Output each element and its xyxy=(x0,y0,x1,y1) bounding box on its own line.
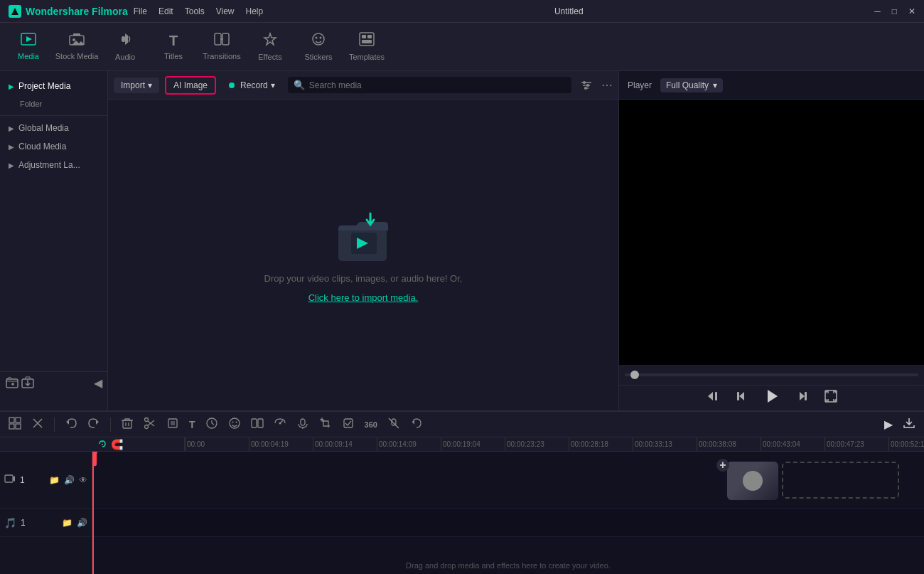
ruler-mark-9: 00:00:43:04 xyxy=(761,437,824,452)
svg-marker-32 xyxy=(768,390,778,403)
menu-view[interactable]: View xyxy=(216,6,235,16)
media-filter-icon[interactable] xyxy=(580,79,593,92)
tl-cut-btn[interactable] xyxy=(28,415,47,434)
tl-split-btn[interactable] xyxy=(248,415,267,434)
tl-redo-btn[interactable] xyxy=(85,415,103,434)
media-more-icon[interactable]: ⋯ xyxy=(601,78,613,92)
player-controls xyxy=(619,385,924,410)
quality-chevron: ▾ xyxy=(713,80,717,90)
toolbar-media[interactable]: Media xyxy=(6,27,51,67)
tl-transform-btn[interactable] xyxy=(163,415,182,434)
toolbar-stock-media[interactable]: Stock Media xyxy=(54,27,100,67)
arrow-icon: ▶ xyxy=(9,83,14,90)
sidebar-item-cloud-media[interactable]: ▶ Cloud Media xyxy=(0,137,107,156)
tl-export-btn[interactable] xyxy=(900,415,918,434)
menu-file[interactable]: File xyxy=(134,6,147,16)
audio-track-right[interactable] xyxy=(92,509,924,537)
audio-track-folder-icon[interactable]: 📁 xyxy=(62,518,72,528)
player-screen xyxy=(619,100,924,365)
sidebar-item-adjustment-layer[interactable]: ▶ Adjustment La... xyxy=(0,156,107,174)
sidebar-item-project-media[interactable]: ▶ Project Media xyxy=(0,77,107,95)
tl-grid-btn[interactable] xyxy=(6,415,24,434)
tl-undo-btn[interactable] xyxy=(62,415,80,434)
sidebar-import-btn[interactable] xyxy=(21,376,34,392)
tl-delete-btn[interactable] xyxy=(118,415,136,434)
timeline-ruler: 🧲 00:00 00:00:04:19 00:00:09:14 00:00:14… xyxy=(0,437,924,452)
audio-track-speaker-icon[interactable]: 🔊 xyxy=(77,518,87,528)
skip-back-button[interactable] xyxy=(706,389,720,407)
svg-rect-17 xyxy=(6,379,18,388)
video-track-eye-icon[interactable]: 👁 xyxy=(79,475,87,485)
toolbar-stickers[interactable]: Stickers xyxy=(296,27,341,67)
video-track-icon xyxy=(4,473,16,487)
toolbar-transitions[interactable]: Transitions xyxy=(199,27,245,67)
player-header: Player Full Quality ▾ xyxy=(619,71,924,100)
player-scrubber[interactable] xyxy=(619,365,924,385)
toolbar-titles[interactable]: T Titles xyxy=(151,27,196,67)
media-drop-zone[interactable]: Drop your video clips, images, or audio … xyxy=(108,100,618,410)
svg-marker-30 xyxy=(739,392,744,400)
app-logo: Wondershare Filmora xyxy=(9,5,128,18)
record-button[interactable]: Record ▾ xyxy=(222,78,282,93)
tl-scissors-btn[interactable] xyxy=(141,415,159,434)
tl-speed-btn[interactable] xyxy=(271,415,289,434)
search-bar[interactable]: 🔍 xyxy=(288,77,571,93)
sidebar-item-folder[interactable]: Folder xyxy=(0,95,107,112)
media-toolbar: Import ▾ AI Image Record ▾ 🔍 ⋯ xyxy=(108,71,618,100)
menu-help[interactable]: Help xyxy=(246,6,264,16)
tl-emoji-btn[interactable] xyxy=(225,415,244,434)
playhead[interactable] xyxy=(92,452,94,574)
close-button[interactable]: ✕ xyxy=(908,6,915,16)
tl-stabilize-btn[interactable] xyxy=(339,415,358,434)
tl-play-btn[interactable]: ▶ xyxy=(881,416,896,432)
ruler-mark-2: 00:00:09:14 xyxy=(313,437,377,452)
add-media-btn[interactable]: + xyxy=(716,459,729,472)
video-track-right[interactable]: + xyxy=(92,452,924,509)
fullscreen-button[interactable] xyxy=(824,389,838,407)
quality-select[interactable]: Full Quality ▾ xyxy=(660,78,723,92)
timeline-magnet-btn[interactable]: 🧲 xyxy=(111,439,123,450)
stock-media-icon xyxy=(69,33,85,49)
menu-edit[interactable]: Edit xyxy=(159,6,173,16)
video-track-speaker-icon[interactable]: 🔊 xyxy=(64,475,75,485)
import-link-text[interactable]: Click here to import media. xyxy=(308,292,419,303)
svg-rect-54 xyxy=(258,419,263,427)
scrubber-thumb[interactable] xyxy=(630,371,639,379)
step-back-button[interactable] xyxy=(734,389,748,407)
toolbar-templates[interactable]: Templates xyxy=(344,27,390,67)
svg-rect-15 xyxy=(367,35,372,38)
tl-clock-btn[interactable] xyxy=(203,415,221,434)
drop-zone[interactable] xyxy=(782,462,899,499)
search-input[interactable] xyxy=(309,80,566,90)
tl-loop-btn[interactable] xyxy=(407,415,426,434)
ai-image-button[interactable]: AI Image xyxy=(165,76,216,95)
maximize-button[interactable]: □ xyxy=(892,6,897,16)
svg-point-52 xyxy=(235,421,237,422)
tracks-right[interactable]: + Drag and drop media and effects here t… xyxy=(92,452,924,574)
tl-crop-btn[interactable] xyxy=(316,415,335,434)
minimize-button[interactable]: ─ xyxy=(874,6,881,16)
video-track-folder-icon[interactable]: 📁 xyxy=(49,475,60,485)
svg-point-22 xyxy=(583,81,586,84)
tl-silence-btn[interactable] xyxy=(385,415,403,434)
templates-icon xyxy=(359,32,375,50)
tl-360-btn[interactable]: 360 xyxy=(362,419,380,430)
sidebar-add-folder-btn[interactable] xyxy=(6,376,18,392)
player-area: Player Full Quality ▾ xyxy=(618,71,924,410)
sidebar-item-global-media[interactable]: ▶ Global Media xyxy=(0,119,107,137)
toolbar-effects[interactable]: Effects xyxy=(247,27,293,67)
toolbar-audio[interactable]: Audio xyxy=(102,27,148,67)
tl-audio-btn[interactable] xyxy=(294,415,312,434)
timeline-link-btn[interactable] xyxy=(97,438,108,451)
ruler-mark-7: 00:00:33:13 xyxy=(633,437,697,452)
menu-tools[interactable]: Tools xyxy=(185,6,205,16)
step-forward-button[interactable] xyxy=(795,389,810,407)
play-button[interactable] xyxy=(763,387,781,410)
import-button[interactable]: Import ▾ xyxy=(114,78,159,93)
sidebar-collapse-btn[interactable]: ◀ xyxy=(94,376,102,392)
toolbar-stock-media-label: Stock Media xyxy=(55,52,99,60)
tl-text-btn[interactable]: T xyxy=(186,418,198,432)
import-link[interactable]: Click here to import media. xyxy=(308,292,419,303)
svg-point-55 xyxy=(279,422,281,424)
scrubber-bar[interactable] xyxy=(625,373,918,376)
